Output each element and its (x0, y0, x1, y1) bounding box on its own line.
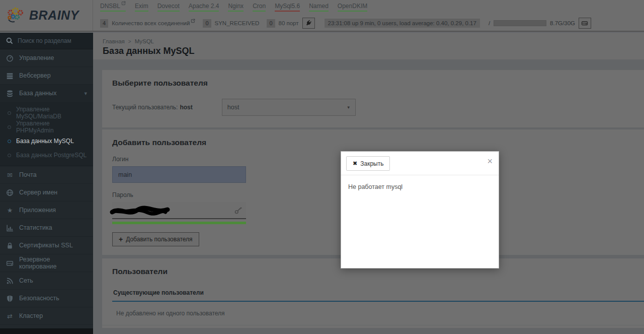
modal-header: ✖ Закрыть × (341, 152, 499, 175)
circle-bullet-icon (8, 111, 11, 115)
server-stats-row: 4 Количество всех соединений 0 SYN_RECEI… (100, 16, 639, 31)
circle-bullet-icon (8, 154, 11, 157)
lock-icon (6, 242, 14, 249)
service-link-apache[interactable]: Apache 2.4 (189, 3, 219, 12)
logo-text: BRAINY (29, 8, 79, 23)
current-user-value: host (180, 104, 192, 111)
sidebar-item-label: Резервное копирование (19, 256, 87, 270)
top-header: BRAINY DNSBL Exim Dovecot Apache 2.4 Ngi… (0, 0, 644, 32)
sidebar-footer (0, 328, 93, 334)
search-input[interactable] (18, 37, 86, 44)
service-link-dnsbl[interactable]: DNSBL (100, 3, 126, 12)
breadcrumb: Главная > MySQL (103, 38, 644, 44)
key-icon (234, 207, 242, 214)
submenu-item-label: База данных MySQL (16, 138, 74, 145)
users-table-header: Существующие пользователи (113, 289, 644, 296)
sidebar-item-nameserver[interactable]: Сервер имен (0, 184, 93, 202)
star-icon: ★ (6, 207, 14, 214)
globe-icon (6, 189, 14, 196)
disk-separator: / (489, 20, 490, 26)
server-icon (6, 72, 14, 80)
external-link-icon (121, 1, 126, 10)
circle-bullet-icon (8, 140, 11, 143)
sidebar-item-label: База данных (19, 90, 56, 97)
envelope-icon: ✉ (6, 171, 14, 179)
breadcrumb-current: MySQL (135, 38, 154, 44)
sidebar-item-management[interactable]: Управление (0, 49, 93, 67)
network-icon (6, 277, 14, 285)
sidebar-item-label: Кластер (19, 312, 43, 319)
service-link-mysql[interactable]: MySql5.6 (275, 3, 300, 12)
hdd-icon (581, 20, 588, 27)
service-link-named[interactable]: Named (309, 3, 329, 12)
disk-info-button[interactable] (579, 18, 591, 29)
sidebar: Управление Вебсервер База данных ▾ Управ… (0, 33, 93, 334)
breadcrumb-separator: > (128, 39, 131, 44)
connections-plug-button[interactable] (302, 18, 315, 29)
breadcrumb-home-link[interactable]: Главная (103, 38, 125, 44)
password-strength-bar (112, 222, 246, 224)
modal-close-button-label: Закрыть (360, 160, 383, 167)
sidebar-item-database[interactable]: База данных ▾ (0, 85, 93, 102)
modal-corner-close-icon[interactable]: × (487, 157, 493, 166)
sidebar-item-applications[interactable]: ★ Приложения (0, 202, 93, 219)
login-input[interactable] (112, 166, 246, 183)
brainy-brain-icon (6, 7, 26, 25)
syn-label: SYN_RECEIVED (215, 20, 260, 26)
content-header: Главная > MySQL База данных MySQL (93, 33, 644, 59)
sidebar-item-cluster[interactable]: ⇄ Кластер (0, 307, 93, 325)
sidebar-item-network[interactable]: Сеть (0, 272, 93, 290)
uptime-status: 23:31:08 up 9 min, 0 users, load average… (325, 19, 480, 28)
notification-modal: ✖ Закрыть × Не работает mysql (341, 151, 499, 269)
sidebar-item-backup[interactable]: Резервное копирование (0, 254, 93, 272)
plug-icon (305, 20, 312, 27)
password-input[interactable] (112, 202, 246, 219)
sidebar-subitem-phpmyadmin[interactable]: Управление PHPMyAdmin (0, 120, 93, 134)
submenu-item-label: Управление PHPMyAdmin (16, 120, 87, 134)
sidebar-subitem-mysql-db[interactable]: База данных MySQL (0, 134, 93, 148)
disk-usage-progressbar (494, 20, 546, 26)
sidebar-search (0, 33, 93, 49)
add-user-button-label: Добавить пользователя (126, 236, 192, 243)
sidebar-item-label: Сеть (19, 277, 33, 284)
select-user-panel: Выберите пользователя Текущий пользовате… (102, 70, 644, 127)
sidebar-item-label: Почта (19, 171, 37, 178)
sidebar-item-ssl-certificates[interactable]: Сертификаты SSL (0, 237, 93, 254)
chevron-down-icon: ▾ (84, 90, 87, 97)
users-panel: Пользователи Существующие пользователи Н… (102, 258, 644, 328)
sidebar-item-statistics[interactable]: Статистика (0, 219, 93, 237)
logo[interactable]: BRAINY (0, 0, 93, 31)
service-link-nginx[interactable]: Nginx (228, 3, 244, 12)
sidebar-item-label: Сертификаты SSL (19, 242, 73, 249)
chart-icon (6, 224, 14, 232)
current-user-label: Текущий пользователь: (112, 104, 178, 111)
sidebar-subitem-mysql-mariadb[interactable]: Управление MySQL/MariaDB (0, 106, 93, 120)
add-user-button[interactable]: + Добавить пользователя (112, 232, 199, 246)
sidebar-item-mail[interactable]: ✉ Почта (0, 166, 93, 184)
service-link-exim[interactable]: Exim (135, 3, 148, 12)
cluster-exchange-icon: ⇄ (6, 312, 14, 320)
backup-icon (6, 259, 14, 267)
plus-icon: + (119, 235, 123, 243)
sidebar-item-label: Безопасность (19, 295, 59, 302)
connections-count-badge: 4 (100, 19, 108, 28)
redacted-password-scribble (109, 205, 175, 217)
database-submenu: Управление MySQL/MariaDB Управление PHPM… (0, 102, 93, 166)
sidebar-item-security[interactable]: Безопасность (0, 290, 93, 307)
disk-usage-text: 8.7G/30G (550, 20, 575, 26)
sidebar-subitem-postgresql-db[interactable]: База данных PostgreSQL (0, 148, 93, 162)
search-icon (6, 37, 13, 44)
syn-count-badge: 0 (203, 19, 211, 28)
service-link-cron[interactable]: Cron (253, 3, 266, 12)
add-user-heading: Добавить пользователя (112, 138, 634, 147)
database-icon (6, 90, 14, 97)
sidebar-item-webserver[interactable]: Вебсервер (0, 67, 93, 85)
gauge-icon (6, 54, 14, 62)
user-select-dropdown[interactable]: host ▼ (222, 99, 356, 116)
service-link-dovecot[interactable]: Dovecot (157, 3, 180, 12)
external-link-icon (191, 19, 195, 26)
service-link-opendkim[interactable]: OpenDKIM (338, 3, 367, 12)
modal-close-button[interactable]: ✖ Закрыть (346, 156, 390, 171)
users-empty-row: Не добавлено ни одного пользователя (102, 302, 644, 325)
connections-link[interactable]: Количество всех соединений (112, 20, 195, 26)
